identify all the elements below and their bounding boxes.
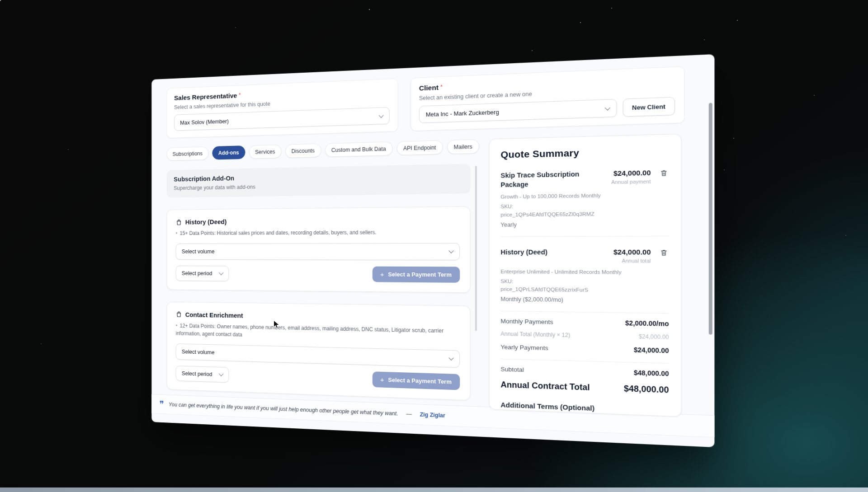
divider <box>500 311 669 314</box>
divider <box>500 236 669 237</box>
quote-builder-window: Sales Representative* Select a sales rep… <box>151 54 714 447</box>
summary-item-billing: Monthly ($2,000.00/mo) <box>500 296 669 305</box>
monthly-payments-row: Monthly Payments $2,000.00/mo <box>500 318 669 328</box>
row-value: $48,000.00 <box>634 369 669 378</box>
summary-item-name: Skip Trace Subscription Package <box>500 169 598 189</box>
tab-api-endpoint[interactable]: API Endpoint <box>396 140 443 155</box>
tab-custom-and-bulk-data[interactable]: Custom and Bulk Data <box>325 141 393 157</box>
chevron-down-icon <box>219 371 223 376</box>
yearly-payments-row: Yearly Payments $24,000.00 <box>500 343 669 355</box>
tab-mailers[interactable]: Mailers <box>447 139 479 154</box>
window-content: Sales Representative* Select a sales rep… <box>151 54 714 447</box>
summary-item-plan: Growth - Up to 100,000 Records Monthly <box>500 191 669 201</box>
quote-author: Zig Ziglar <box>420 412 445 419</box>
select-payment-term-button[interactable]: + Select a Payment Term <box>373 267 460 283</box>
payment-term-button-label: Select a Payment Term <box>388 377 452 386</box>
sku-value: price_1QPrLSAfdTQQE65zzrixFurS <box>500 286 588 293</box>
summary-item-price: $24,000.00 <box>603 169 651 178</box>
addon-section-subtitle: Supercharge your data with add-ons <box>174 180 462 191</box>
summary-item-skip-trace: Skip Trace Subscription Package $24,000.… <box>500 168 669 228</box>
row-value: $24,000.00 <box>639 333 669 341</box>
quote-text: You can get everything in life you want … <box>169 402 398 417</box>
addon-card-history-deed: History (Deed) •15+ Data Points: Histori… <box>167 206 471 293</box>
header-row: Sales Representative* Select a sales rep… <box>167 66 699 138</box>
row-value: $2,000.00/mo <box>625 319 669 328</box>
volume-select-placeholder: Select volume <box>182 348 215 356</box>
row-label: Monthly Payments <box>500 318 553 326</box>
quote-marks-icon: ❞ <box>160 400 164 409</box>
plus-icon: + <box>380 376 384 383</box>
product-tabs: Subscriptions Add-ons Services Discounts… <box>167 140 471 161</box>
product-column: Subscriptions Add-ons Services Discounts… <box>167 140 471 401</box>
volume-select[interactable]: Select volume <box>176 243 460 260</box>
tab-discounts[interactable]: Discounts <box>285 144 321 158</box>
volume-select[interactable]: Select volume <box>176 343 460 368</box>
summary-item-name: History (Deed) <box>500 248 598 257</box>
addon-card-contact-enrichment: Contact Enrichment •12+ Data Points: Own… <box>167 301 471 400</box>
sales-rep-card: Sales Representative* Select a sales rep… <box>167 78 398 138</box>
chevron-down-icon <box>219 270 223 275</box>
summary-item-price-note: Annual payment <box>603 178 651 186</box>
required-asterisk: * <box>440 83 443 90</box>
chevron-down-icon <box>448 248 453 253</box>
addon-card-title: Contact Enrichment <box>185 311 243 319</box>
required-asterisk: * <box>239 92 241 98</box>
addon-card-description: 12+ Data Points: Owner names, phone numb… <box>176 323 443 338</box>
row-label: Annual Contract Total <box>500 380 590 393</box>
plus-icon: + <box>380 271 384 278</box>
row-label: Yearly Payments <box>500 344 548 352</box>
new-client-button[interactable]: New Client <box>623 97 675 117</box>
quote-summary-title: Quote Summary <box>500 145 669 160</box>
bullet-icon: • <box>176 323 178 328</box>
summary-item-plan: Enterprise Unlimited - Unlimited Records… <box>500 268 669 277</box>
product-column-scrollbar[interactable] <box>475 166 477 331</box>
client-select[interactable]: Meta Inc - Mark Zuckerberg <box>419 99 617 123</box>
shopping-bag-icon <box>176 311 182 318</box>
trash-icon[interactable] <box>659 248 669 257</box>
annual-total-monthly-row: Annual Total (Monthly × 12) $24,000.00 <box>500 331 669 341</box>
summary-item-price: $24,000.00 <box>603 248 651 256</box>
quote-summary-panel: Quote Summary Skip Trace Subscription Pa… <box>489 134 682 417</box>
client-label: Client <box>419 84 439 92</box>
quote-dash: — <box>406 411 411 417</box>
addon-card-title: History (Deed) <box>185 218 227 225</box>
payment-term-button-label: Select a Payment Term <box>388 271 452 278</box>
trash-icon[interactable] <box>659 168 669 178</box>
tab-subscriptions[interactable]: Subscriptions <box>167 146 209 161</box>
annual-contract-total-row: Annual Contract Total $48,000.00 <box>500 380 669 395</box>
client-card: Client* Select an existing client or cre… <box>410 66 684 131</box>
volume-select-placeholder: Select volume <box>182 248 215 254</box>
period-select[interactable]: Select period <box>176 365 229 383</box>
period-select-placeholder: Select period <box>182 270 212 277</box>
row-value: $48,000.00 <box>624 384 669 395</box>
period-select-placeholder: Select period <box>182 370 212 377</box>
chevron-down-icon <box>379 112 384 117</box>
tab-add-ons[interactable]: Add-ons <box>212 145 245 159</box>
summary-item-history-deed: History (Deed) $24,000.00 Annual total E… <box>500 248 669 305</box>
sales-rep-label: Sales Representative <box>174 92 237 102</box>
row-label: Subtotal <box>500 366 524 374</box>
summary-item-price-note: Annual total <box>603 258 651 265</box>
divider <box>500 359 669 364</box>
bullet-icon: • <box>176 230 178 236</box>
chevron-down-icon <box>448 356 453 361</box>
chevron-down-icon <box>604 105 610 110</box>
shopping-bag-icon <box>176 219 182 225</box>
main-row: Subscriptions Add-ons Services Discounts… <box>167 133 699 417</box>
addon-card-description: 15+ Data Points: Historical sales prices… <box>180 229 377 236</box>
row-label: Annual Total (Monthly × 12) <box>500 331 570 339</box>
period-select[interactable]: Select period <box>176 266 229 281</box>
select-payment-term-button[interactable]: + Select a Payment Term <box>373 372 460 390</box>
sales-rep-select[interactable]: Max Solov (Member) <box>174 107 390 131</box>
screen-bottom-strip <box>0 487 868 492</box>
sku-value: price_1QPs4EAfdTQQE65zZl0q3RMZ <box>500 211 594 217</box>
summary-item-billing: Yearly <box>500 220 669 228</box>
sku-label: SKU: <box>500 278 513 284</box>
row-value: $24,000.00 <box>634 346 669 355</box>
window-scrollbar[interactable] <box>709 103 712 335</box>
client-selected-value: Meta Inc - Mark Zuckerberg <box>426 108 499 118</box>
sales-rep-selected-value: Max Solov (Member) <box>180 118 229 126</box>
addon-section-header: Subscription Add-On Supercharge your dat… <box>167 164 471 197</box>
subtotal-row: Subtotal $48,000.00 <box>500 365 669 378</box>
tab-services[interactable]: Services <box>249 145 281 159</box>
